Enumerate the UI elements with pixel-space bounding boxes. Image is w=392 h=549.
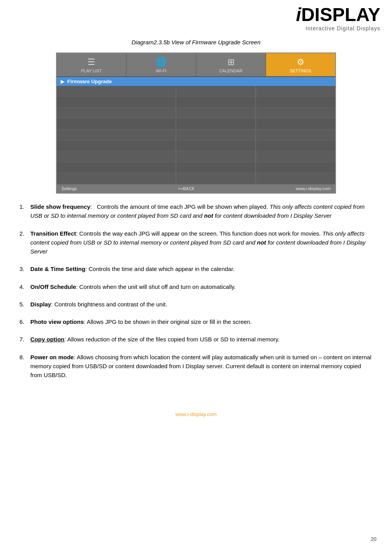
fw-cell — [256, 97, 335, 107]
fw-cell — [256, 119, 335, 129]
item-label: Photo view options — [30, 318, 84, 325]
list-number: 2. — [19, 229, 30, 256]
fw-cell — [57, 129, 176, 140]
diagram-caption: Diagram2.3.5b View of Firmware Upgrade S… — [0, 39, 392, 45]
fw-cell — [176, 151, 256, 162]
list-item: 2. Transition Effect: Controls the way e… — [19, 229, 373, 256]
calendar-icon: ⊞ — [228, 57, 234, 67]
tab-wifi-label: WI-FI — [156, 68, 166, 73]
fw-cell — [256, 173, 335, 184]
item-label: Date & Time Setting — [30, 266, 85, 272]
fw-cell — [176, 140, 256, 151]
page-number: 20 — [371, 536, 376, 542]
list-body: Copy option: Allows reduction of the siz… — [30, 335, 280, 344]
tab-calendar-label: CALENDAR — [219, 68, 243, 73]
fw-cell — [57, 173, 176, 184]
list-body: Date & Time Setting: Controls the time a… — [30, 264, 234, 273]
table-row — [57, 151, 335, 162]
list-number: 7. — [19, 335, 30, 344]
tab-playlist[interactable]: ☰ PLAY LIST — [57, 53, 126, 76]
settings-icon: ⚙ — [297, 57, 304, 67]
table-row — [57, 97, 335, 108]
list-body: Photo view options: Allows JPG to be sho… — [30, 317, 252, 326]
list-number: 1. — [19, 202, 30, 220]
list-item: 5. Display: Controls brightness and cont… — [19, 300, 373, 309]
screen-mockup: ☰ PLAY LIST 🌐 WI-FI ⊞ CALENDAR ⚙ SETTING… — [56, 52, 336, 194]
list-item: 6. Photo view options: Allows JPG to be … — [19, 317, 373, 326]
item-label: Power on mode — [30, 354, 74, 360]
fw-cell — [57, 97, 176, 107]
tab-settings[interactable]: ⚙ SETTINGS — [266, 53, 335, 76]
wifi-icon: 🌐 — [156, 57, 166, 67]
logo-display: DISPLAY — [301, 4, 380, 25]
fw-arrow-icon: ▶ — [61, 79, 64, 84]
list-number: 4. — [19, 282, 30, 291]
fw-cell — [176, 97, 256, 107]
fw-cell — [57, 140, 176, 151]
list-item: 8. Power on mode: Allows choosing from w… — [19, 353, 373, 380]
screen-footer: Settings >>BACK www.i-display.com — [57, 184, 335, 193]
tab-wifi[interactable]: 🌐 WI-FI — [126, 53, 196, 76]
table-row — [57, 86, 335, 97]
fw-cell — [57, 108, 176, 118]
fw-cell — [256, 151, 335, 162]
fw-cell — [57, 119, 176, 129]
logo: i DISPLAY Interactive Digital Displays — [296, 4, 380, 31]
footer-url: www.i-display.com — [296, 186, 331, 191]
fw-cell — [256, 129, 335, 140]
list-body: On/Off Schedule: Controls when the unit … — [30, 282, 236, 291]
table-row — [57, 140, 335, 151]
item-label: Copy option — [30, 336, 64, 343]
table-row — [57, 173, 335, 184]
footer-back[interactable]: >>BACK — [178, 186, 195, 191]
list-body: Transition Effect: Controls the way each… — [30, 229, 373, 256]
fw-cell — [256, 140, 335, 151]
table-row — [57, 129, 335, 140]
item-label: Slide show frequency — [30, 203, 90, 210]
list-body: Power on mode: Allows choosing from whic… — [30, 353, 373, 380]
fw-cell — [176, 108, 256, 118]
tab-playlist-label: PLAY LIST — [81, 68, 102, 73]
fw-cell — [176, 173, 256, 184]
page-footer: www.i-display.com — [0, 411, 392, 417]
list-number: 5. — [19, 300, 30, 309]
logo-subtitle: Interactive Digital Displays — [296, 25, 380, 31]
fw-cell — [57, 86, 176, 96]
fw-cell — [176, 129, 256, 140]
table-row — [57, 162, 335, 173]
screen-content: ▶ Firmware Upgrade — [57, 77, 335, 184]
list-number: 6. — [19, 317, 30, 326]
list-item: 1. Slide show frequency: Controls the am… — [19, 202, 373, 220]
list-body: Display: Controls brightness and contras… — [30, 300, 167, 309]
list-number: 8. — [19, 353, 30, 380]
firmware-upgrade-header: ▶ Firmware Upgrade — [57, 77, 335, 86]
table-row — [57, 119, 335, 129]
item-label: On/Off Schedule — [30, 283, 76, 290]
fw-cell — [176, 119, 256, 129]
fw-cell — [256, 86, 335, 96]
list-item: 3. Date & Time Setting: Controls the tim… — [19, 264, 373, 273]
item-label: Transition Effect — [30, 230, 76, 237]
fw-cell — [57, 162, 176, 173]
playlist-icon: ☰ — [88, 57, 95, 67]
tab-calendar[interactable]: ⊞ CALENDAR — [196, 53, 266, 76]
list-number: 3. — [19, 264, 30, 273]
fw-cell — [176, 162, 256, 173]
tab-bar: ☰ PLAY LIST 🌐 WI-FI ⊞ CALENDAR ⚙ SETTING… — [57, 53, 335, 77]
fw-cell — [176, 86, 256, 96]
fw-cell — [57, 151, 176, 162]
footer-website: www.i-display.com — [175, 411, 217, 417]
fw-cell — [256, 108, 335, 118]
firmware-table — [57, 86, 335, 184]
firmware-upgrade-label: Firmware Upgrade — [67, 79, 112, 84]
logo-i: i — [296, 4, 301, 25]
list-body: Slide show frequency: Controls the amoun… — [30, 202, 373, 220]
fw-cell — [256, 162, 335, 173]
tab-settings-label: SETTINGS — [290, 68, 311, 73]
table-row — [57, 108, 335, 119]
main-content: 1. Slide show frequency: Controls the am… — [0, 194, 392, 404]
list-item: 4. On/Off Schedule: Controls when the un… — [19, 282, 373, 291]
item-label: Display — [30, 301, 51, 308]
list-item: 7. Copy option: Allows reduction of the … — [19, 335, 373, 344]
footer-settings: Settings — [61, 186, 77, 191]
